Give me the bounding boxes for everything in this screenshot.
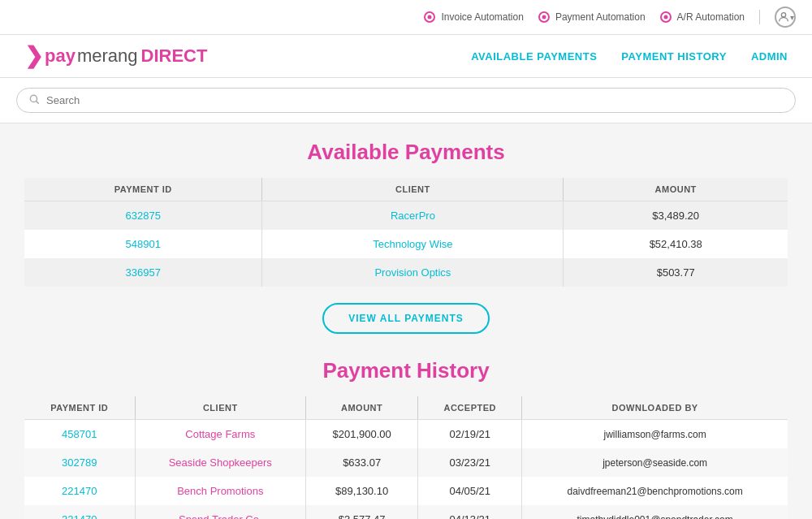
ph-col-payment-id: PAYMENT ID (24, 396, 135, 420)
ap-row-amount: $503.77 (564, 258, 788, 287)
payment-automation-label: Payment Automation (555, 11, 646, 23)
main-content: Available Payments PAYMENT ID CLIENT AMO… (0, 123, 812, 519)
ph-row-downloaded: daivdfreeman21@benchpromotions.com (522, 477, 788, 505)
payment-history-section: Payment History PAYMENT ID CLIENT AMOUNT… (24, 358, 788, 519)
ph-row-downloaded: timothydiddle001@spendtrader.com (522, 505, 788, 519)
available-payment-row[interactable]: 548901 Technology Wise $52,410.38 (24, 230, 788, 258)
view-all-payments-button[interactable]: VIEW ALL PAYMENTS (322, 303, 490, 334)
svg-line-2 (37, 102, 39, 104)
nav-payment-history[interactable]: PAYMENT HISTORY (621, 50, 727, 63)
ar-automation-label: A/R Automation (677, 11, 745, 23)
available-payments-table: PAYMENT ID CLIENT AMOUNT 632875 RacerPro… (24, 178, 788, 287)
invoice-automation-icon (424, 11, 435, 23)
logo: ❯ paymerangDIRECT (24, 45, 207, 67)
search-bar-wrap (0, 78, 812, 123)
ar-automation-link[interactable]: A/R Automation (660, 11, 745, 23)
ap-row-id[interactable]: 632875 (24, 201, 261, 231)
ph-row-amount: $633.07 (306, 448, 417, 477)
ph-row-id[interactable]: 221470 (24, 477, 135, 505)
ph-row-client[interactable]: Spend Trader Co. (136, 505, 305, 519)
ap-row-id[interactable]: 336957 (24, 258, 261, 287)
ph-col-client: CLIENT (136, 396, 305, 420)
available-payments-section: Available Payments PAYMENT ID CLIENT AMO… (24, 140, 788, 334)
ap-row-client[interactable]: Provision Optics (262, 258, 563, 287)
available-payment-row[interactable]: 336957 Provision Optics $503.77 (24, 258, 788, 287)
payment-history-row[interactable]: 221470 Bench Promotions $89,130.10 04/05… (24, 477, 788, 505)
ph-col-downloaded: DOWNLOADED BY (522, 396, 788, 420)
logo-icon: ❯ (24, 45, 43, 67)
ph-row-id[interactable]: 221470 (24, 505, 135, 519)
payment-history-title: Payment History (24, 358, 788, 383)
ap-row-amount: $52,410.38 (564, 230, 788, 258)
ph-row-accepted: 02/19/21 (418, 420, 521, 449)
logo-text-pay: pay (45, 45, 76, 67)
ph-row-downloaded: jwilliamson@farms.com (522, 420, 788, 449)
main-nav: AVAILABLE PAYMENTS PAYMENT HISTORY ADMIN (471, 50, 788, 63)
svg-point-0 (781, 13, 785, 17)
ph-row-accepted: 04/05/21 (418, 477, 521, 505)
ph-row-id[interactable]: 302789 (24, 448, 135, 477)
ap-col-amount: AMOUNT (564, 178, 788, 201)
ap-row-client[interactable]: RacerPro (262, 201, 563, 231)
ph-row-accepted: 03/23/21 (418, 448, 521, 477)
user-menu-button[interactable]: ▾ (775, 6, 796, 28)
invoice-automation-label: Invoice Automation (441, 11, 523, 23)
logo-text-merang: merang (77, 45, 138, 67)
ap-col-client: CLIENT (262, 178, 563, 201)
ph-row-client[interactable]: Seaside Shopkeepers (136, 448, 305, 477)
header: ❯ paymerangDIRECT AVAILABLE PAYMENTS PAY… (0, 35, 812, 78)
logo-text-direct: DIRECT (141, 45, 208, 67)
ph-row-accepted: 04/13/21 (418, 505, 521, 519)
ar-automation-icon (660, 11, 672, 23)
svg-point-1 (30, 95, 37, 102)
top-bar-divider (759, 10, 760, 24)
nav-available-payments[interactable]: AVAILABLE PAYMENTS (471, 50, 597, 63)
ap-col-payment-id: PAYMENT ID (24, 178, 261, 201)
ph-row-client[interactable]: Bench Promotions (136, 477, 305, 505)
ph-row-amount: $89,130.10 (306, 477, 417, 505)
ph-col-amount: AMOUNT (306, 396, 417, 420)
ph-row-client[interactable]: Cottage Farms (136, 420, 305, 449)
payment-automation-icon (538, 11, 550, 23)
nav-admin[interactable]: ADMIN (751, 50, 788, 63)
invoice-automation-link[interactable]: Invoice Automation (424, 11, 523, 23)
ph-row-amount: $201,900.00 (306, 420, 417, 449)
ph-row-amount: $3,577.47 (306, 505, 417, 519)
available-payments-title: Available Payments (24, 140, 788, 165)
view-all-btn-wrap: VIEW ALL PAYMENTS (24, 303, 788, 334)
search-icon (28, 93, 40, 107)
payment-automation-link[interactable]: Payment Automation (538, 11, 646, 23)
payment-history-table: PAYMENT ID CLIENT AMOUNT ACCEPTED DOWNLO… (24, 396, 788, 519)
available-payment-row[interactable]: 632875 RacerPro $3,489.20 (24, 201, 788, 231)
payment-history-row[interactable]: 458701 Cottage Farms $201,900.00 02/19/2… (24, 420, 788, 449)
ap-row-id[interactable]: 548901 (24, 230, 261, 258)
payment-history-row[interactable]: 221470 Spend Trader Co. $3,577.47 04/13/… (24, 505, 788, 519)
ph-col-accepted: ACCEPTED (418, 396, 521, 420)
search-bar (16, 88, 796, 113)
top-bar: Invoice Automation Payment Automation A/… (0, 0, 812, 35)
ph-row-id[interactable]: 458701 (24, 420, 135, 449)
ap-row-amount: $3,489.20 (564, 201, 788, 231)
user-dropdown-arrow: ▾ (790, 13, 794, 22)
search-input[interactable] (46, 94, 784, 106)
ap-row-client[interactable]: Technology Wise (262, 230, 563, 258)
payment-history-row[interactable]: 302789 Seaside Shopkeepers $633.07 03/23… (24, 448, 788, 477)
ph-row-downloaded: jpeterson@seaside.com (522, 448, 788, 477)
